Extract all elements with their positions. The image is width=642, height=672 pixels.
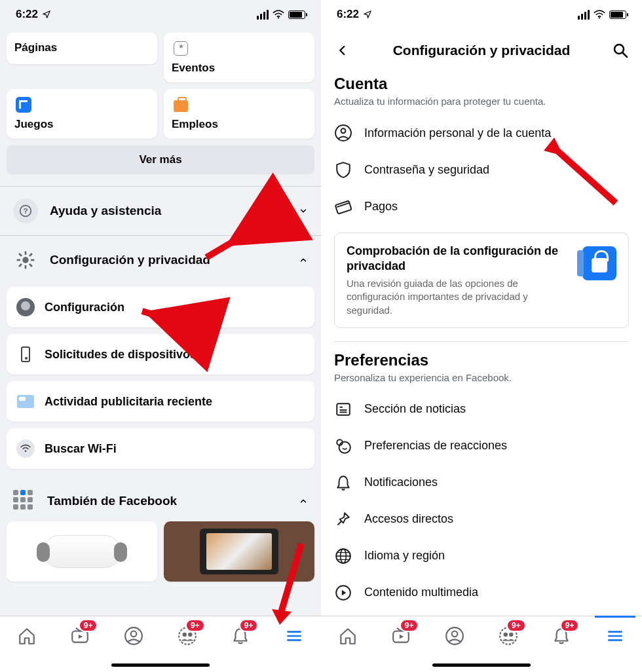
tab-profile[interactable] [117,623,150,649]
play-icon [334,584,352,602]
badge: 9+ [79,619,98,632]
svg-point-18 [188,633,192,637]
help-label: Ayuda y asistencia [50,204,287,218]
bottom-tab-bar: 9+ 9+ 9+ [0,616,321,672]
home-indicator [432,663,531,667]
sublist-find-wifi[interactable]: Buscar Wi-Fi [7,428,314,469]
svg-line-38 [337,521,341,525]
row-language[interactable]: Idioma y región [334,538,629,574]
sublist-label: Configuración [45,301,124,314]
sublist-configuration[interactable]: Configuración [7,287,314,327]
row-password-security[interactable]: Contraseña y seguridad [334,151,629,188]
svg-point-49 [503,633,507,637]
cellular-icon [257,10,269,20]
tab-profile[interactable] [438,623,471,649]
person-icon [334,124,352,142]
location-icon [363,10,372,19]
tab-watch[interactable]: 9+ [64,623,96,649]
shortcut-events[interactable]: Eventos [164,33,314,83]
svg-point-3 [22,257,28,263]
section-preferences: Preferencias Personaliza tu experiencia … [321,342,642,611]
sublist-ad-activity[interactable]: Actividad publicitaria reciente [7,381,314,422]
row-notifications[interactable]: Notificaciones [334,464,629,501]
svg-point-0 [278,17,279,18]
row-media[interactable]: Contenido multimedia [334,574,629,611]
tab-watch[interactable]: 9+ [385,623,417,649]
status-bar: 6:22 [0,0,321,29]
briefcase-icon [172,96,190,114]
row-personal-info[interactable]: Información personal y de la cuenta [334,115,629,151]
shortcuts-grid: Páginas Eventos Juegos Empleos [0,29,321,145]
section-title: Preferencias [334,351,629,369]
chevron-up-icon [299,496,308,506]
wifi-icon [273,10,284,19]
settings-privacy-row[interactable]: Configuración y privacidad [0,235,321,284]
page-title: Configuración y privacidad [360,43,603,58]
tab-groups[interactable]: 9+ [492,623,525,649]
shortcut-jobs[interactable]: Empleos [164,89,314,139]
row-shortcuts[interactable]: Accesos directos [334,501,629,538]
lock-shield-icon [582,246,616,280]
svg-point-17 [182,633,186,637]
tab-notifications[interactable]: 9+ [224,623,257,649]
oculus-card[interactable] [7,521,157,582]
svg-point-12 [25,450,27,452]
svg-point-50 [509,633,513,637]
row-reaction-prefs[interactable]: Preferencias de reacciones [334,428,629,464]
pin-icon [334,510,352,529]
row-label: Notificaciones [364,476,438,489]
tab-groups[interactable]: 9+ [171,623,204,649]
badge: 9+ [400,619,419,632]
help-row[interactable]: ? Ayuda y asistencia [0,186,321,235]
svg-text:?: ? [23,206,28,215]
row-news-feed[interactable]: Sección de noticias [334,391,629,428]
shortcut-label: Páginas [14,41,149,54]
shortcut-games[interactable]: Juegos [7,89,157,139]
tab-home[interactable] [331,623,364,649]
badge: 9+ [560,619,580,632]
reactions-icon [334,437,352,455]
svg-rect-32 [337,403,350,415]
battery-icon [288,10,305,19]
globe-icon [334,547,352,565]
chevron-up-icon [299,255,308,265]
chevron-left-icon [337,45,349,56]
svg-point-25 [599,17,600,18]
shortcut-pages[interactable]: Páginas [7,33,157,64]
tab-notifications[interactable]: 9+ [545,623,578,649]
see-more-button[interactable]: Ver más [7,145,314,174]
row-label: Pagos [364,200,398,214]
badge: 9+ [185,619,205,632]
row-label: Contraseña y seguridad [364,163,489,177]
row-payments[interactable]: Pagos [334,188,629,225]
right-phone-screen: 6:22 Configuración y privacidad Cuenta A… [321,0,642,672]
sublist-label: Buscar Wi-Fi [45,442,117,456]
tab-home[interactable] [10,623,43,649]
nav-header: Configuración y privacidad [321,29,642,65]
status-time: 6:22 [337,8,359,21]
back-button[interactable] [333,41,352,60]
sublist-device-requests[interactable]: Solicitudes de dispositivos [7,334,314,375]
portal-image [200,529,278,574]
tab-menu[interactable] [599,623,632,649]
portal-card[interactable] [164,521,314,582]
svg-point-36 [339,441,350,453]
also-from-facebook-row[interactable]: También de Facebook [0,478,321,519]
svg-point-47 [452,631,458,637]
calendar-icon [172,39,190,58]
left-phone-screen: 6:22 Páginas Eventos Juegos [0,0,321,672]
shortcut-label: Empleos [172,118,307,131]
privacy-checkup-card[interactable]: Comprobación de la configuración de priv… [334,233,629,328]
section-desc: Personaliza tu experiencia en Facebook. [334,372,629,383]
row-label: Preferencias de reacciones [364,439,507,453]
wifi-icon [594,10,605,19]
games-icon [14,96,33,114]
svg-point-29 [341,128,346,133]
tab-menu[interactable] [278,623,311,649]
ads-icon [16,392,35,411]
grid-apps-icon [13,490,35,512]
svg-line-10 [19,264,22,267]
search-icon [613,43,628,58]
search-button[interactable] [611,41,630,60]
row-label: Contenido multimedia [364,586,478,599]
